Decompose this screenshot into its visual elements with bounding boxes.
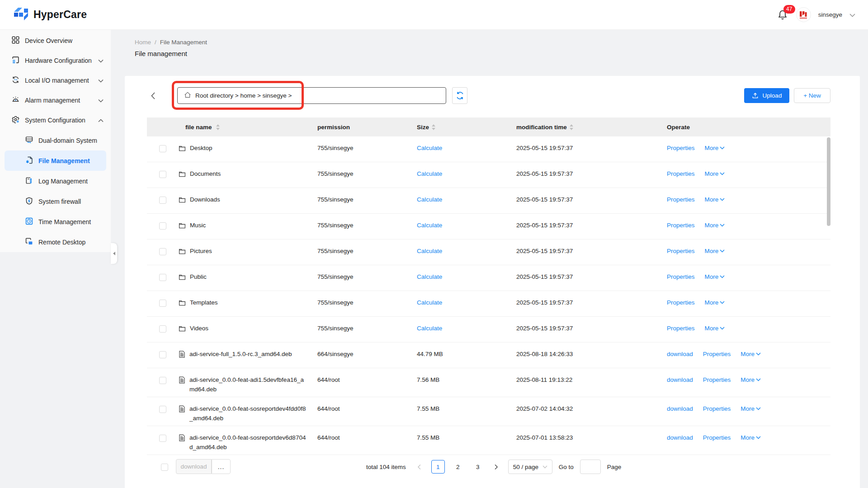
refresh-button[interactable] [452,87,467,104]
calculate-size-link[interactable]: Calculate [411,299,511,306]
breadcrumb-home[interactable]: Home [135,39,151,46]
row-action-download[interactable]: download [667,405,693,412]
file-name[interactable]: adi-service_0.0.0-feat-sosreportdev6d870… [189,433,307,452]
row-checkbox[interactable] [159,171,166,178]
calculate-size-link[interactable]: Calculate [411,170,511,177]
sidebar-item-remote-desktop[interactable]: Remote Desktop [0,232,111,252]
row-action-properties[interactable]: Properties [667,196,695,203]
column-file-name[interactable]: file name [179,124,312,131]
row-action-download[interactable]: download [667,376,693,383]
file-name[interactable]: Pictures [190,247,212,256]
table-scrollbar-thumb[interactable] [827,137,830,226]
calculate-size-link[interactable]: Calculate [411,248,511,254]
row-action-more[interactable]: More [705,222,725,229]
row-action-properties[interactable]: Properties [667,248,695,254]
row-action-properties[interactable]: Properties [667,273,695,280]
file-name[interactable]: Documents [190,169,221,179]
batch-more-button[interactable]: ... [212,459,231,474]
footer-select-checkbox[interactable] [161,464,168,471]
file-name[interactable]: Templates [190,298,218,308]
row-action-more[interactable]: More [741,351,761,357]
page-number-2[interactable]: 2 [451,460,465,474]
file-name[interactable]: Desktop [190,144,212,153]
path-input[interactable]: Root directory > home > sinsegye > [177,87,446,104]
sidebar-item-time-management[interactable]: Time Management [0,211,111,232]
sidebar-collapse-handle[interactable] [111,243,117,264]
row-checkbox[interactable] [159,377,166,384]
page-number-1[interactable]: 1 [431,460,445,474]
file-name[interactable]: adi-service-full_1.5.0-rc.3_amd64.deb [189,350,292,359]
row-action-properties[interactable]: Properties [703,434,731,441]
sort-carets-icon[interactable] [570,124,573,130]
row-checkbox[interactable] [159,145,166,152]
row-action-more[interactable]: More [705,273,725,280]
calculate-size-link[interactable]: Calculate [411,325,511,332]
row-checkbox[interactable] [159,435,166,442]
upload-button[interactable]: Upload [744,88,789,103]
next-page-button[interactable] [491,460,502,474]
sidebar-item-log-management[interactable]: Log Management [0,171,111,191]
sidebar-item-device-overview[interactable]: Device Overview [0,31,111,51]
row-checkbox[interactable] [159,222,166,230]
row-action-properties[interactable]: Properties [667,145,695,151]
batch-download-button[interactable]: download [176,459,212,474]
row-action-more[interactable]: More [705,145,725,151]
row-action-more[interactable]: More [705,170,725,177]
row-checkbox[interactable] [159,274,166,281]
file-name[interactable]: Music [190,221,206,230]
sidebar-item-hardware-configuration[interactable]: Hardware Configuration [0,51,111,70]
table-body: Desktop 755/sinsegye Calculate 2025-05-1… [147,136,830,455]
row-action-more[interactable]: More [741,434,761,441]
file-name[interactable]: Downloads [190,195,220,205]
row-action-properties[interactable]: Properties [703,376,731,383]
row-checkbox[interactable] [159,248,166,255]
calculate-size-link[interactable]: Calculate [411,273,511,280]
row-action-more[interactable]: More [741,376,761,383]
row-action-properties[interactable]: Properties [667,170,695,177]
table-row: Videos 755/sinsegye Calculate 2025-05-15… [147,317,830,343]
file-name[interactable]: adi-service_0.0.0-feat-sosreportdev4fdd0… [189,404,307,423]
sort-carets-icon[interactable] [432,124,435,130]
row-action-more[interactable]: More [741,405,761,412]
calculate-size-link[interactable]: Calculate [411,222,511,229]
row-action-more[interactable]: More [705,299,725,306]
sidebar-item-system-configuration[interactable]: System Configuration [0,110,111,130]
goto-page-input[interactable] [580,460,601,474]
sidebar-item-alarm-management[interactable]: Alarm management [0,90,111,110]
page-size-select[interactable]: 50 / page [508,460,552,474]
sort-carets-icon[interactable] [216,124,220,130]
file-name[interactable]: adi-service_0.0.0-feat-adi1.5devfbfea16_… [189,375,307,394]
row-checkbox[interactable] [159,325,166,333]
avatar[interactable] [796,7,811,22]
row-checkbox[interactable] [159,406,166,413]
row-action-more[interactable]: More [705,196,725,203]
row-checkbox[interactable] [159,351,166,358]
row-action-properties[interactable]: Properties [667,222,695,229]
prev-page-button[interactable] [414,460,425,474]
row-action-more[interactable]: More [705,325,725,332]
sidebar-item-file-management[interactable]: File Management [5,150,106,171]
file-name[interactable]: Public [190,272,207,282]
row-action-properties[interactable]: Properties [667,299,695,306]
page-number-3[interactable]: 3 [471,460,485,474]
notification-bell-icon[interactable]: 47 [777,9,789,21]
row-checkbox[interactable] [159,300,166,307]
row-action-download[interactable]: download [667,351,693,357]
calculate-size-link[interactable]: Calculate [411,196,511,203]
row-checkbox[interactable] [159,197,166,204]
sidebar-item-system-firewall[interactable]: System firewall [0,191,111,211]
sidebar-item-dual-domain-system[interactable]: Dual-domain System [0,130,111,150]
column-size[interactable]: Size [411,124,511,131]
back-button[interactable] [148,91,158,101]
row-action-download[interactable]: download [667,434,693,441]
calculate-size-link[interactable]: Calculate [411,145,511,151]
column-modification-time[interactable]: modification time [511,124,662,131]
row-action-properties[interactable]: Properties [703,351,731,357]
row-action-properties[interactable]: Properties [667,325,695,332]
row-action-more[interactable]: More [705,248,725,254]
file-name[interactable]: Videos [190,324,208,333]
row-action-properties[interactable]: Properties [703,405,731,412]
user-menu-chevron-down-icon[interactable] [849,11,855,19]
sidebar-item-local-io-management[interactable]: Local I/O management [0,70,111,90]
new-button[interactable]: + New [794,88,830,103]
